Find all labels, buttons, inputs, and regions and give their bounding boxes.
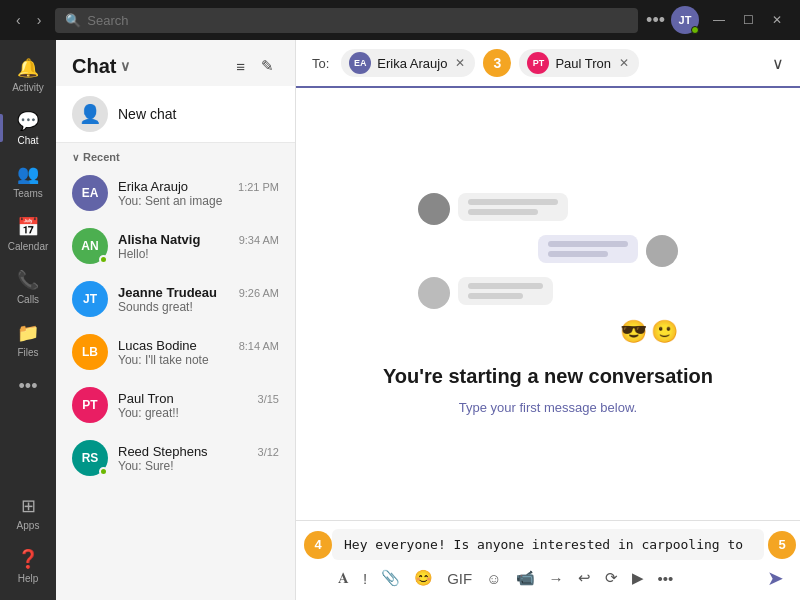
sidebar-item-help[interactable]: ❓ Help: [0, 539, 56, 592]
more-icon: •••: [16, 374, 40, 398]
chat-time: 8:14 AM: [239, 340, 279, 352]
emoji-sunglasses: 😎: [620, 319, 647, 345]
chat-item-row1: Paul Tron 3/15: [118, 391, 279, 406]
sidebar-label-files: Files: [17, 347, 38, 358]
sidebar-bottom: ⊞ Apps ❓ Help: [0, 486, 56, 592]
maximize-button[interactable]: ☐: [735, 9, 762, 31]
chat-panel-actions: ≡ ✎: [231, 54, 279, 78]
chat-preview: You: great!!: [118, 406, 279, 420]
chat-item-info: Erika Araujo 1:21 PM You: Sent an image: [118, 179, 279, 208]
new-chat-item[interactable]: 👤 New chat: [56, 86, 295, 143]
format-text-button[interactable]: 𝐀: [332, 565, 355, 591]
sidebar-label-calendar: Calendar: [8, 241, 49, 252]
list-item[interactable]: LB Lucas Bodine 8:14 AM You: I'll take n…: [56, 326, 295, 379]
chat-name: Reed Stephens: [118, 444, 208, 459]
emoji-smile: 🙂: [651, 319, 678, 345]
illus-avatar-3: [418, 277, 450, 309]
step3-badge: 3: [483, 49, 511, 77]
loop-button[interactable]: ↩: [572, 565, 597, 591]
chat-avatar: LB: [72, 334, 108, 370]
sidebar-item-chat[interactable]: 💬 Chat: [0, 101, 56, 154]
sidebar-item-activity[interactable]: 🔔 Activity: [0, 48, 56, 101]
recipient-erika-name: Erika Araujo: [377, 56, 447, 71]
status-dot: [99, 255, 108, 264]
sidebar-item-calendar[interactable]: 📅 Calendar: [0, 207, 56, 260]
more-options-icon[interactable]: •••: [646, 10, 665, 31]
new-chat-avatar: 👤: [72, 96, 108, 132]
list-item[interactable]: EA Erika Araujo 1:21 PM You: Sent an ima…: [56, 167, 295, 220]
chat-title-chevron[interactable]: ∨: [120, 58, 130, 74]
message-input-row: Hey everyone! Is anyone interested in ca…: [332, 529, 764, 560]
important-button[interactable]: !: [357, 566, 373, 591]
chat-item-row1: Jeanne Trudeau 9:26 AM: [118, 285, 279, 300]
more-toolbar-button[interactable]: •••: [652, 566, 680, 591]
chat-item-info: Lucas Bodine 8:14 AM You: I'll take note: [118, 338, 279, 367]
sidebar-item-files[interactable]: 📁 Files: [0, 313, 56, 366]
filter-button[interactable]: ≡: [231, 54, 250, 78]
illus-row-1: [418, 193, 678, 225]
chat-panel: Chat ∨ ≡ ✎ 👤 New chat ∨ Recent EA: [56, 40, 296, 600]
list-item[interactable]: PT Paul Tron 3/15 You: great!!: [56, 379, 295, 432]
user-avatar[interactable]: JT: [671, 6, 699, 34]
record-button[interactable]: ▶: [626, 565, 650, 591]
recipient-erika: EA Erika Araujo ✕: [341, 49, 475, 77]
chat-list: EA Erika Araujo 1:21 PM You: Sent an ima…: [56, 167, 295, 600]
emoji-button[interactable]: 😊: [408, 565, 439, 591]
minimize-button[interactable]: —: [705, 9, 733, 31]
chat-time: 3/12: [258, 446, 279, 458]
list-item[interactable]: AN Alisha Natvig 9:34 AM Hello!: [56, 220, 295, 273]
illus-line: [468, 199, 558, 205]
header-chevron-icon[interactable]: ∨: [772, 54, 784, 73]
sidebar-label-help: Help: [18, 573, 39, 584]
search-bar[interactable]: 🔍: [55, 8, 638, 33]
close-button[interactable]: ✕: [764, 9, 790, 31]
step5-badge: 5: [768, 531, 796, 559]
back-button[interactable]: ‹: [10, 8, 27, 32]
meet-now-button[interactable]: 📹: [510, 565, 541, 591]
chat-item-row1: Reed Stephens 3/12: [118, 444, 279, 459]
sidebar-item-more[interactable]: •••: [0, 366, 56, 406]
chat-name: Erika Araujo: [118, 179, 188, 194]
sidebar-item-apps[interactable]: ⊞ Apps: [0, 486, 56, 539]
giphy-button[interactable]: GIF: [441, 566, 478, 591]
chat-avatar: JT: [72, 281, 108, 317]
chat-item-info: Jeanne Trudeau 9:26 AM Sounds great!: [118, 285, 279, 314]
chat-time: 9:34 AM: [239, 234, 279, 246]
chat-avatar: RS: [72, 440, 108, 476]
recipient-erika-avatar: EA: [349, 52, 371, 74]
help-icon: ❓: [16, 547, 40, 571]
to-label: To:: [312, 56, 329, 71]
new-chat-button[interactable]: ✎: [256, 54, 279, 78]
attach-button[interactable]: 📎: [375, 565, 406, 591]
sidebar-item-calls[interactable]: 📞 Calls: [0, 260, 56, 313]
sidebar-item-teams[interactable]: 👥 Teams: [0, 154, 56, 207]
list-item[interactable]: JT Jeanne Trudeau 9:26 AM Sounds great!: [56, 273, 295, 326]
chat-illustration: 😎 🙂: [418, 193, 678, 345]
search-input[interactable]: [87, 13, 628, 28]
chat-panel-header: Chat ∨ ≡ ✎: [56, 40, 295, 86]
illus-line: [548, 241, 628, 247]
conversation-area: 😎 🙂 You're starting a new conversation T…: [296, 88, 800, 520]
chat-avatar: AN: [72, 228, 108, 264]
chat-item-info: Alisha Natvig 9:34 AM Hello!: [118, 232, 279, 261]
recent-chevron: ∨: [72, 152, 79, 163]
forward-button[interactable]: ›: [31, 8, 48, 32]
list-item[interactable]: RS Reed Stephens 3/12 You: Sure!: [56, 432, 295, 485]
illus-bubble-2: [538, 235, 638, 263]
illus-row-3: [418, 277, 678, 309]
remove-paul-button[interactable]: ✕: [617, 56, 631, 70]
message-input[interactable]: Hey everyone! Is anyone interested in ca…: [344, 537, 752, 552]
remove-erika-button[interactable]: ✕: [453, 56, 467, 70]
send-button[interactable]: ➤: [763, 564, 788, 592]
illus-line: [548, 251, 608, 257]
praise-button[interactable]: ⟳: [599, 565, 624, 591]
sticker-button[interactable]: ☺: [480, 566, 507, 591]
chat-time: 9:26 AM: [239, 287, 279, 299]
step4-badge: 4: [304, 531, 332, 559]
illus-line: [468, 209, 538, 215]
chat-preview: Hello!: [118, 247, 279, 261]
chat-item-row1: Erika Araujo 1:21 PM: [118, 179, 279, 194]
schedule-meeting-button[interactable]: →: [543, 566, 570, 591]
titlebar-right: ••• JT — ☐ ✕: [646, 6, 790, 34]
chat-avatar: EA: [72, 175, 108, 211]
